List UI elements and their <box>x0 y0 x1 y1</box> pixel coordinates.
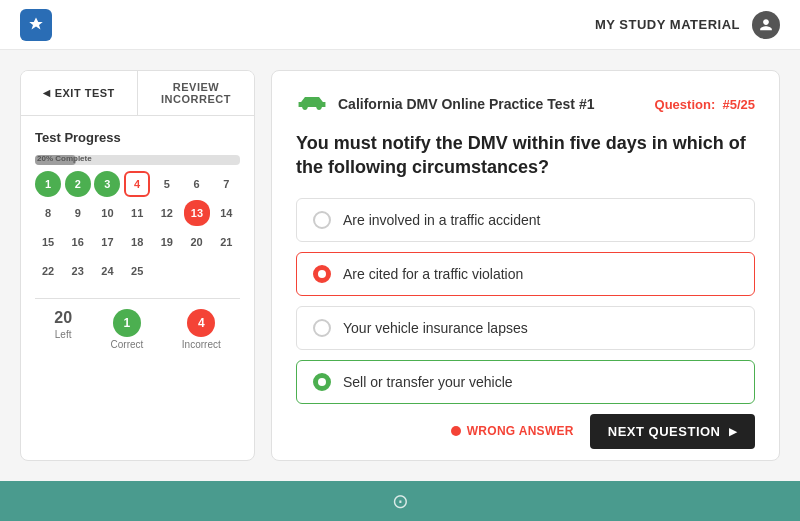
number-cell-21[interactable]: 21 <box>213 229 239 255</box>
car-icon <box>296 91 328 117</box>
test-title-wrap: California DMV Online Practice Test #1 <box>296 91 594 117</box>
radio-circle-3 <box>313 319 331 337</box>
number-cell-4[interactable]: 4 <box>124 171 150 197</box>
action-buttons: EXIT TEST REVIEW INCORRECT <box>21 71 254 116</box>
progress-bar: 20% Complete <box>35 155 240 165</box>
right-panel: California DMV Online Practice Test #1 Q… <box>271 70 780 461</box>
progress-label: 20% Complete <box>37 154 92 163</box>
answer-option-3[interactable]: Your vehicle insurance lapses <box>296 306 755 350</box>
number-cell-10[interactable]: 10 <box>94 200 120 226</box>
nav-label: MY STUDY MATERIAL <box>595 17 740 32</box>
stat-left-value: 20 <box>54 309 72 327</box>
number-grid: 1234567891011121314151617181920212223242… <box>35 171 240 284</box>
stat-incorrect: 4 Incorrect <box>182 309 221 350</box>
test-title: California DMV Online Practice Test #1 <box>338 96 594 112</box>
footer-icon: ⊙ <box>392 489 409 513</box>
number-cell-16[interactable]: 16 <box>65 229 91 255</box>
number-cell-13[interactable]: 13 <box>184 200 211 226</box>
stat-correct-label: Correct <box>111 339 144 350</box>
number-cell-12[interactable]: 12 <box>154 200 180 226</box>
question-number: #5/25 <box>722 97 755 112</box>
number-cell-8[interactable]: 8 <box>35 200 61 226</box>
svg-point-0 <box>302 105 307 110</box>
number-cell-23[interactable]: 23 <box>65 258 91 284</box>
answer-option-4[interactable]: Sell or transfer your vehicle <box>296 360 755 404</box>
question-label: Question: <box>655 97 716 112</box>
answer-option-1[interactable]: Are involved in a traffic accident <box>296 198 755 242</box>
stat-left-label: Left <box>55 329 72 340</box>
left-panel: EXIT TEST REVIEW INCORRECT Test Progress… <box>20 70 255 461</box>
answer-text-1: Are involved in a traffic accident <box>343 212 540 228</box>
stat-left: 20 Left <box>54 309 72 350</box>
answer-text-4: Sell or transfer your vehicle <box>343 374 513 390</box>
header: MY STUDY MATERIAL <box>0 0 800 50</box>
number-cell-24[interactable]: 24 <box>94 258 120 284</box>
number-cell-3[interactable]: 3 <box>94 171 120 197</box>
number-cell-25[interactable]: 25 <box>124 258 150 284</box>
number-cell-22[interactable]: 22 <box>35 258 61 284</box>
number-cell-6[interactable]: 6 <box>184 171 210 197</box>
svg-point-1 <box>316 105 321 110</box>
number-cell-20[interactable]: 20 <box>184 229 210 255</box>
progress-title: Test Progress <box>35 130 240 145</box>
stats-row: 20 Left 1 Correct 4 Incorrect <box>35 298 240 350</box>
radio-circle-2 <box>313 265 331 283</box>
number-cell-1[interactable]: 1 <box>35 171 61 197</box>
number-cell-11[interactable]: 11 <box>124 200 150 226</box>
review-incorrect-button[interactable]: REVIEW INCORRECT <box>138 71 254 115</box>
logo <box>20 9 52 41</box>
user-icon[interactable] <box>752 11 780 39</box>
stat-incorrect-label: Incorrect <box>182 339 221 350</box>
answer-option-2[interactable]: Are cited for a traffic violation <box>296 252 755 296</box>
radio-circle-1 <box>313 211 331 229</box>
number-cell-2[interactable]: 2 <box>65 171 91 197</box>
question-counter: Question: #5/25 <box>655 97 755 112</box>
number-cell-15[interactable]: 15 <box>35 229 61 255</box>
number-cell-18[interactable]: 18 <box>124 229 150 255</box>
number-cell-9[interactable]: 9 <box>65 200 91 226</box>
wrong-answer-badge: WRONG ANSWER <box>451 424 574 438</box>
header-right: MY STUDY MATERIAL <box>595 11 780 39</box>
test-header: California DMV Online Practice Test #1 Q… <box>296 91 755 117</box>
number-cell-7[interactable]: 7 <box>213 171 239 197</box>
next-question-button[interactable]: NEXT QUESTION <box>590 414 755 449</box>
answer-text-3: Your vehicle insurance lapses <box>343 320 528 336</box>
number-cell-14[interactable]: 14 <box>213 200 239 226</box>
question-text: You must notify the DMV within five days… <box>296 131 755 180</box>
bottom-row: WRONG ANSWER NEXT QUESTION <box>296 414 755 449</box>
exit-test-button[interactable]: EXIT TEST <box>21 71 138 115</box>
answer-options: Are involved in a traffic accidentAre ci… <box>296 198 755 414</box>
stat-correct: 1 Correct <box>111 309 144 350</box>
main-content: EXIT TEST REVIEW INCORRECT Test Progress… <box>0 50 800 481</box>
answer-text-2: Are cited for a traffic violation <box>343 266 523 282</box>
number-cell-19[interactable]: 19 <box>154 229 180 255</box>
number-cell-5[interactable]: 5 <box>154 171 180 197</box>
wrong-answer-label: WRONG ANSWER <box>467 424 574 438</box>
correct-badge: 1 <box>113 309 141 337</box>
radio-circle-4 <box>313 373 331 391</box>
wrong-dot <box>451 426 461 436</box>
number-cell-17[interactable]: 17 <box>94 229 120 255</box>
progress-section: Test Progress 20% Complete 1234567891011… <box>21 116 254 360</box>
incorrect-badge: 4 <box>187 309 215 337</box>
footer-bar: ⊙ <box>0 481 800 521</box>
